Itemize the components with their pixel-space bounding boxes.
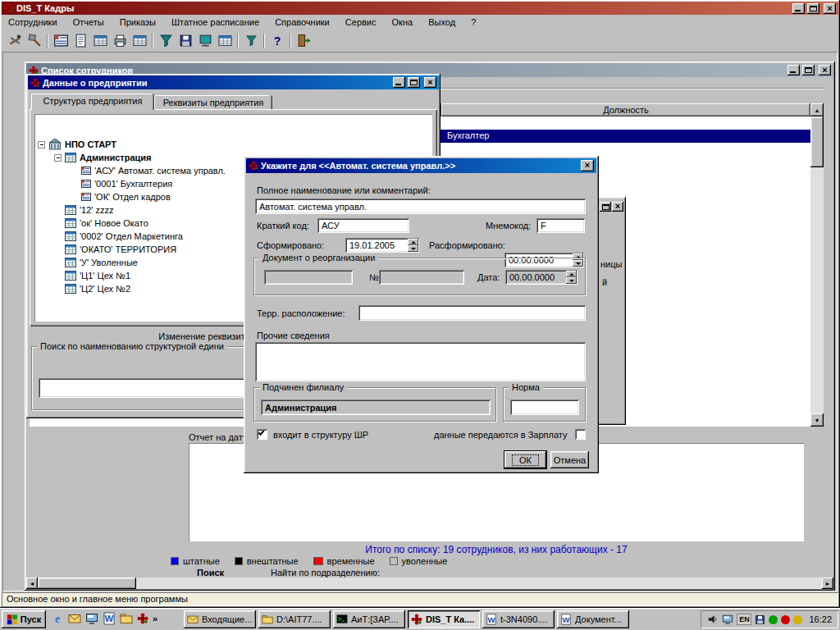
- minimize-button[interactable]: [393, 77, 405, 88]
- maximize-button[interactable]: [807, 3, 819, 14]
- territory-input[interactable]: [358, 305, 586, 321]
- scroll-left-button[interactable]: ◄: [26, 578, 38, 589]
- collapse-icon[interactable]: [38, 141, 45, 148]
- tree-item-12-zzzz[interactable]: '12' zzzz: [65, 203, 114, 217]
- menu-item-service[interactable]: Сервис: [339, 16, 383, 30]
- menu-item-orders[interactable]: Приказы: [113, 16, 162, 30]
- volume-icon[interactable]: [707, 614, 719, 625]
- menu-item-reports[interactable]: Отчеты: [66, 16, 111, 30]
- toolbar-print-button[interactable]: [110, 32, 130, 50]
- quicklaunch-show-desktop-icon[interactable]: [85, 612, 98, 625]
- scrollbar-thumb[interactable]: [810, 116, 824, 167]
- dialog-titlebar[interactable]: Укажите для <<Автомат. система управл.>>…: [246, 158, 596, 173]
- toolbar-filter2-button[interactable]: [241, 32, 261, 50]
- reorg-no-input[interactable]: [379, 270, 464, 285]
- restore-button[interactable]: [408, 77, 420, 88]
- scrollbar-thumb[interactable]: [38, 578, 136, 589]
- toolbar-employee-card-button[interactable]: [51, 32, 71, 50]
- tree-item-npo-start[interactable]: НПО СТАРТ: [38, 138, 116, 151]
- toolbar-report-button[interactable]: [90, 32, 110, 50]
- salary-transfer-checkbox[interactable]: [575, 429, 586, 440]
- tab-requisites[interactable]: Реквизиты предприятия: [154, 95, 272, 110]
- toolbar-tools-button[interactable]: [5, 32, 25, 50]
- mnemonic-input[interactable]: F: [536, 218, 585, 233]
- minimize-button[interactable]: [788, 65, 800, 75]
- norm-input[interactable]: [510, 399, 579, 415]
- tree-item-ceh-1[interactable]: 'Ц1' Цех №1: [65, 269, 130, 282]
- menu-item-help[interactable]: ?: [464, 16, 482, 30]
- clock[interactable]: 16:22: [809, 614, 832, 624]
- date-spinner[interactable]: [408, 239, 418, 252]
- tree-item-buhgalteria[interactable]: '0001' Бухгалтерия: [81, 177, 172, 190]
- tree-item-asu[interactable]: 'АСУ' Автомат. система управл.: [81, 164, 226, 177]
- close-button[interactable]: ×: [819, 65, 831, 75]
- toolbar-save-button[interactable]: [176, 32, 195, 50]
- full-name-input[interactable]: Автомат. система управл.: [255, 199, 586, 214]
- quicklaunch-mail-icon[interactable]: [68, 612, 81, 625]
- quicklaunch-folder-icon[interactable]: [120, 612, 133, 625]
- short-code-input[interactable]: АСУ: [317, 218, 409, 233]
- column-header-position[interactable]: Должность: [441, 103, 810, 116]
- menu-item-employees[interactable]: Сотрудники: [2, 16, 64, 30]
- scroll-up-button[interactable]: ▲: [810, 103, 824, 116]
- toolbar-monitor-button[interactable]: [195, 32, 215, 50]
- tree-item-otdel-marketinga[interactable]: '0002' Отдел Маркетинга: [65, 230, 183, 243]
- status-yellow-icon[interactable]: [793, 615, 802, 624]
- quicklaunch-ie-icon[interactable]: [51, 612, 64, 625]
- close-button[interactable]: ×: [612, 202, 623, 212]
- scroll-right-button[interactable]: ►: [822, 578, 833, 589]
- tree-item-administration[interactable]: Администрация: [54, 151, 152, 164]
- status-red-icon[interactable]: [781, 615, 790, 624]
- company-data-titlebar[interactable]: Данные о предприятии ×: [28, 75, 439, 89]
- task-word-doc-2[interactable]: Документ...: [557, 610, 629, 628]
- ok-button[interactable]: ОК: [504, 451, 546, 468]
- task-dist-kadry[interactable]: DIS_T Ка....: [408, 610, 480, 628]
- tree-item-otdel-kadrov[interactable]: 'ОК' Отдел кадров: [81, 190, 171, 203]
- collapse-icon[interactable]: [54, 154, 62, 162]
- toolbar-filter-button[interactable]: [156, 32, 176, 50]
- start-button[interactable]: Пуск: [2, 610, 46, 628]
- menu-item-exit[interactable]: Выход: [422, 16, 462, 30]
- vertical-scrollbar[interactable]: ▲ ▼: [810, 103, 824, 427]
- minimize-button[interactable]: [792, 3, 805, 14]
- toolbar-help-button[interactable]: ?: [267, 32, 287, 50]
- formed-date-input[interactable]: 19.01.2005: [345, 238, 419, 253]
- menu-item-windows[interactable]: Окна: [386, 16, 420, 30]
- display-icon[interactable]: [722, 614, 733, 625]
- task-folder-ait77[interactable]: D:\AIT77....: [258, 610, 331, 628]
- task-ait-zar[interactable]: АиТ:[ЗАР....: [333, 610, 405, 628]
- quicklaunch-word-icon[interactable]: [103, 612, 116, 625]
- menu-item-directories[interactable]: Справочники: [268, 16, 336, 30]
- quicklaunch-app-icon[interactable]: [137, 613, 148, 624]
- app-titlebar[interactable]: DIS_T Кадры ×: [2, 2, 838, 15]
- menu-item-staffing[interactable]: Штатное расписание: [165, 16, 266, 30]
- quicklaunch-overflow-chevron[interactable]: »: [153, 614, 158, 623]
- language-indicator[interactable]: EN: [737, 614, 751, 625]
- toolbar-grid-button[interactable]: [215, 32, 235, 50]
- reorg-date-input[interactable]: 00.00.0000: [505, 270, 578, 285]
- scroll-down-button[interactable]: ▼: [810, 413, 824, 427]
- shr-structure-checkbox[interactable]: [257, 429, 267, 440]
- toolbar-list-button[interactable]: [71, 32, 90, 50]
- tree-item-ceh-2[interactable]: 'Ц2' Цех №2: [65, 282, 130, 295]
- toolbar-table-button[interactable]: [130, 32, 149, 50]
- tree-item-okato-territoria[interactable]: 'ОКАТО' ТЕРРИТОРИЯ: [65, 243, 176, 256]
- shield-icon[interactable]: [769, 615, 778, 624]
- close-button[interactable]: ×: [424, 77, 436, 88]
- other-info-textarea[interactable]: [255, 342, 586, 381]
- date-spinner[interactable]: [566, 271, 577, 284]
- reorg-doc-input[interactable]: [264, 270, 353, 285]
- maximize-button[interactable]: [600, 202, 611, 212]
- task-word-doc-1[interactable]: t-3N4090....: [482, 610, 555, 628]
- toolbar-axe-button[interactable]: [25, 32, 44, 50]
- tab-structure[interactable]: Структура предприятия: [31, 94, 154, 110]
- tree-item-novoe-okato[interactable]: 'ок' Новое Окато: [65, 217, 148, 230]
- horizontal-scrollbar[interactable]: ◄ ►: [26, 578, 833, 589]
- close-button[interactable]: ×: [581, 160, 594, 171]
- tree-item-uvolennye[interactable]: 'У' Уволенные: [65, 256, 138, 269]
- close-button[interactable]: ×: [824, 3, 836, 14]
- cancel-button[interactable]: Отмена: [550, 451, 589, 468]
- restore-button[interactable]: [802, 65, 815, 75]
- task-inbox[interactable]: Входящие...: [184, 610, 256, 628]
- toolbar-exit-button[interactable]: [294, 32, 313, 50]
